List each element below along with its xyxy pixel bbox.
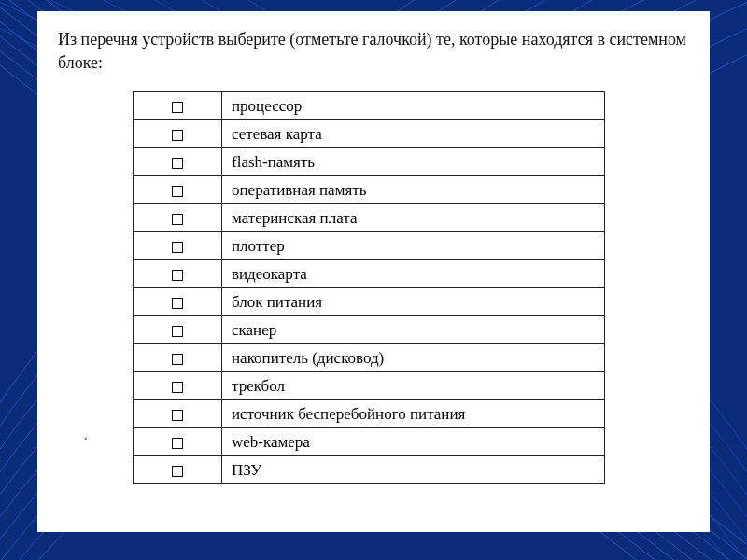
table-row: источник бесперебойного питания	[134, 400, 605, 428]
table-row: оперативная память	[134, 176, 605, 204]
checkbox-icon[interactable]	[172, 242, 183, 253]
table-row: трекбол	[134, 372, 605, 400]
checkbox-icon[interactable]	[172, 354, 183, 365]
table-row: видеокарта	[134, 260, 605, 288]
checkbox-icon[interactable]	[172, 130, 183, 141]
checkbox-cell[interactable]	[134, 176, 222, 204]
checkbox-icon[interactable]	[172, 382, 183, 393]
device-label: источник бесперебойного питания	[222, 400, 605, 428]
device-label: web-камера	[222, 428, 605, 456]
table-row: накопитель (дисковод)	[134, 344, 605, 372]
device-label: ПЗУ	[222, 456, 605, 484]
checkbox-icon[interactable]	[172, 102, 183, 113]
table-row: сетевая карта	[134, 120, 605, 148]
checkbox-icon[interactable]	[172, 186, 183, 197]
device-label: сетевая карта	[222, 120, 605, 148]
device-label: материнская плата	[222, 204, 605, 232]
checkbox-icon[interactable]	[172, 270, 183, 281]
device-label: сканер	[222, 316, 605, 344]
checkbox-icon[interactable]	[172, 326, 183, 337]
stray-mark: ‘	[84, 434, 88, 448]
devices-table: процессорсетевая картаflash-памятьоперат…	[133, 91, 605, 484]
checkbox-cell[interactable]	[134, 400, 222, 428]
device-label: трекбол	[222, 372, 605, 400]
device-label: flash-память	[222, 148, 605, 176]
table-row: процессор	[134, 92, 605, 120]
table-row: плоттер	[134, 232, 605, 260]
devices-table-wrap: процессорсетевая картаflash-памятьоперат…	[133, 91, 605, 484]
device-label: видеокарта	[222, 260, 605, 288]
device-label: накопитель (дисковод)	[222, 344, 605, 372]
checkbox-cell[interactable]	[134, 344, 222, 372]
device-label: плоттер	[222, 232, 605, 260]
device-label: процессор	[222, 92, 605, 120]
checkbox-icon[interactable]	[172, 466, 183, 477]
question-card: Из перечня устройств выберите (отметьте …	[37, 11, 710, 532]
checkbox-cell[interactable]	[134, 232, 222, 260]
checkbox-icon[interactable]	[172, 298, 183, 309]
checkbox-cell[interactable]	[134, 456, 222, 484]
table-row: web-камера	[134, 428, 605, 456]
checkbox-icon[interactable]	[172, 214, 183, 225]
checkbox-icon[interactable]	[172, 438, 183, 449]
table-row: сканер	[134, 316, 605, 344]
table-row: материнская плата	[134, 204, 605, 232]
table-row: flash-память	[134, 148, 605, 176]
checkbox-cell[interactable]	[134, 204, 222, 232]
checkbox-icon[interactable]	[172, 410, 183, 421]
question-text: Из перечня устройств выберите (отметьте …	[58, 28, 689, 75]
checkbox-cell[interactable]	[134, 260, 222, 288]
checkbox-icon[interactable]	[172, 158, 183, 169]
checkbox-cell[interactable]	[134, 92, 222, 120]
table-row: блок питания	[134, 288, 605, 316]
checkbox-cell[interactable]	[134, 288, 222, 316]
checkbox-cell[interactable]	[134, 372, 222, 400]
device-label: блок питания	[222, 288, 605, 316]
checkbox-cell[interactable]	[134, 120, 222, 148]
checkbox-cell[interactable]	[134, 428, 222, 456]
checkbox-cell[interactable]	[134, 316, 222, 344]
table-row: ПЗУ	[134, 456, 605, 484]
device-label: оперативная память	[222, 176, 605, 204]
checkbox-cell[interactable]	[134, 148, 222, 176]
